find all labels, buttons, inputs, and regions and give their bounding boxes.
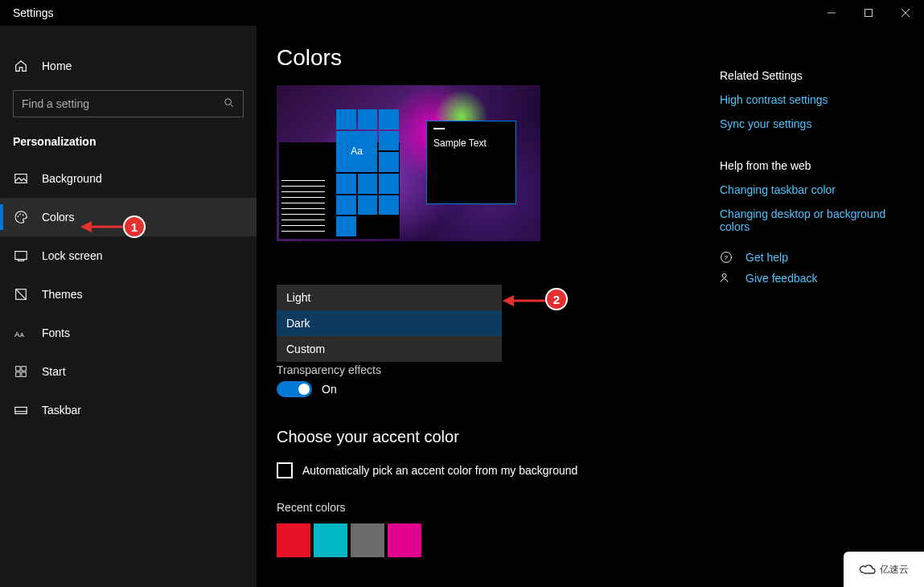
recent-colors — [277, 523, 704, 557]
search-icon — [224, 97, 235, 111]
related-link-sync[interactable]: Sync your settings — [720, 117, 905, 130]
nav-home-label: Home — [42, 60, 72, 72]
transparency-state: On — [322, 383, 337, 396]
auto-accent-label: Automatically pick an accent color from … — [302, 464, 577, 477]
page-title: Colors — [277, 45, 704, 71]
give-feedback-label: Give feedback — [745, 272, 818, 285]
svg-point-4 — [19, 214, 21, 216]
nav-label: Start — [42, 365, 66, 378]
color-preview: Aa Sample Text — [277, 85, 540, 241]
nav-label: Background — [42, 172, 102, 185]
close-button[interactable] — [887, 0, 924, 26]
sidebar: Home Personalization Background Colors — [0, 26, 257, 587]
nav-background[interactable]: Background — [0, 159, 257, 198]
transparency-label: Transparency effects — [277, 363, 704, 376]
recent-colors-heading: Recent colors — [277, 501, 704, 514]
feedback-icon — [720, 272, 734, 285]
help-heading: Help from the web — [720, 159, 905, 172]
color-mode-option-dark[interactable]: Dark — [277, 310, 502, 336]
preview-tile-aa: Aa — [336, 131, 377, 172]
auto-accent-checkbox[interactable] — [277, 462, 293, 478]
svg-point-5 — [23, 214, 24, 216]
recent-color-swatch[interactable] — [351, 523, 384, 557]
themes-icon — [13, 286, 29, 302]
picture-icon — [13, 170, 29, 187]
lockscreen-icon — [13, 248, 29, 264]
help-link-desktop-colors[interactable]: Changing desktop or background colors — [720, 207, 905, 233]
color-mode-option-custom[interactable]: Custom — [277, 336, 502, 362]
color-mode-dropdown[interactable]: Light Dark Custom — [277, 285, 502, 362]
window-title: Settings — [13, 6, 54, 19]
palette-icon — [13, 209, 29, 225]
recent-color-swatch[interactable] — [314, 523, 347, 557]
search-input-wrap[interactable] — [13, 90, 244, 117]
sidebar-section-heading: Personalization — [0, 127, 257, 159]
nav-taskbar[interactable]: Taskbar — [0, 391, 257, 429]
color-mode-option-light[interactable]: Light — [277, 285, 502, 310]
nav-fonts[interactable]: AA Fonts — [0, 314, 257, 352]
nav-label: Fonts — [42, 326, 70, 339]
nav-themes[interactable]: Themes — [0, 275, 257, 314]
nav-label: Colors — [42, 211, 74, 224]
help-link-taskbar-color[interactable]: Changing taskbar color — [720, 183, 905, 196]
preview-sample-text: Sample Text — [433, 138, 509, 149]
get-help-link[interactable]: ? Get help — [720, 251, 905, 264]
give-feedback-link[interactable]: Give feedback — [720, 272, 905, 285]
svg-rect-15 — [15, 407, 27, 413]
svg-text:A: A — [14, 330, 20, 339]
taskbar-icon — [13, 402, 29, 418]
svg-rect-2 — [15, 174, 27, 183]
watermark: 亿速云 — [844, 552, 924, 587]
svg-rect-7 — [18, 260, 23, 261]
svg-rect-6 — [15, 252, 27, 260]
accent-heading: Choose your accent color — [277, 428, 704, 446]
get-help-label: Get help — [745, 251, 788, 264]
svg-text:?: ? — [725, 254, 729, 261]
transparency-toggle[interactable] — [277, 381, 312, 397]
svg-point-1 — [225, 98, 232, 105]
svg-rect-0 — [865, 10, 873, 17]
fonts-icon: AA — [13, 325, 29, 341]
recent-color-swatch[interactable] — [277, 523, 310, 557]
annotation-arrow-2 — [503, 291, 547, 310]
svg-text:A: A — [20, 331, 24, 339]
related-heading: Related Settings — [720, 69, 905, 82]
help-icon: ? — [720, 251, 734, 264]
svg-point-18 — [722, 273, 726, 277]
svg-rect-13 — [16, 372, 20, 376]
svg-rect-11 — [16, 367, 20, 371]
nav-home[interactable]: Home — [0, 48, 257, 84]
recent-color-swatch[interactable] — [388, 523, 421, 557]
annotation-arrow-1 — [80, 217, 125, 236]
annotation-badge-1: 1 — [123, 216, 146, 238]
svg-point-3 — [18, 216, 19, 217]
minimize-button[interactable] — [813, 0, 850, 26]
svg-rect-12 — [22, 367, 26, 371]
home-icon — [13, 58, 29, 74]
svg-rect-14 — [22, 372, 26, 376]
nav-label: Lock screen — [42, 249, 102, 262]
maximize-button[interactable] — [850, 0, 887, 26]
nav-label: Themes — [42, 288, 83, 301]
nav-start[interactable]: Start — [0, 352, 257, 391]
annotation-badge-2: 2 — [545, 288, 568, 310]
start-icon — [13, 363, 29, 380]
nav-label: Taskbar — [42, 404, 81, 417]
related-link-high-contrast[interactable]: High contrast settings — [720, 93, 905, 106]
search-input[interactable] — [22, 97, 224, 110]
nav-lock-screen[interactable]: Lock screen — [0, 236, 257, 275]
